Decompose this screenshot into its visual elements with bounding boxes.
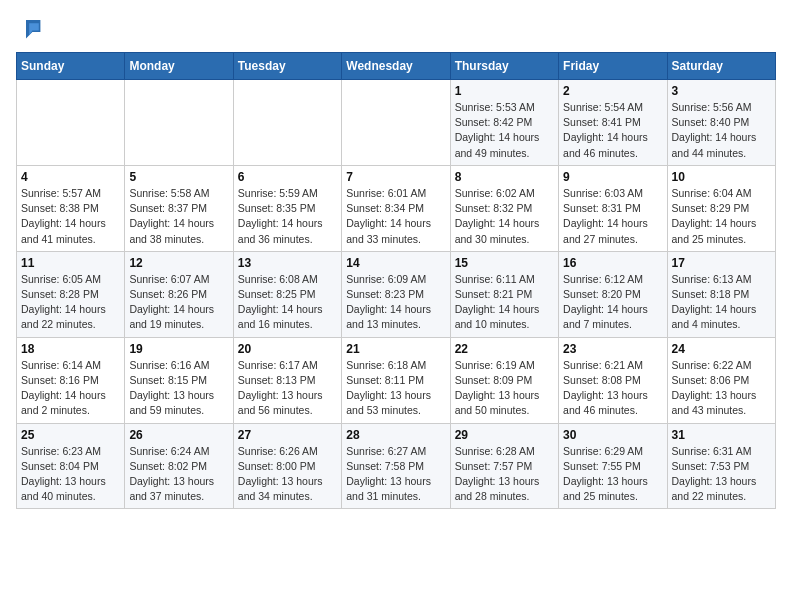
day-cell: 2Sunrise: 5:54 AM Sunset: 8:41 PM Daylig…: [559, 80, 667, 166]
logo-icon: [18, 16, 42, 40]
day-number: 24: [672, 342, 771, 356]
day-cell: 14Sunrise: 6:09 AM Sunset: 8:23 PM Dayli…: [342, 251, 450, 337]
day-number: 6: [238, 170, 337, 184]
day-number: 21: [346, 342, 445, 356]
day-number: 4: [21, 170, 120, 184]
day-number: 19: [129, 342, 228, 356]
day-cell: 27Sunrise: 6:26 AM Sunset: 8:00 PM Dayli…: [233, 423, 341, 509]
day-info: Sunrise: 6:02 AM Sunset: 8:32 PM Dayligh…: [455, 186, 554, 247]
day-cell: 6Sunrise: 5:59 AM Sunset: 8:35 PM Daylig…: [233, 165, 341, 251]
day-number: 26: [129, 428, 228, 442]
day-info: Sunrise: 6:16 AM Sunset: 8:15 PM Dayligh…: [129, 358, 228, 419]
day-number: 22: [455, 342, 554, 356]
day-info: Sunrise: 6:12 AM Sunset: 8:20 PM Dayligh…: [563, 272, 662, 333]
day-info: Sunrise: 5:53 AM Sunset: 8:42 PM Dayligh…: [455, 100, 554, 161]
day-info: Sunrise: 6:19 AM Sunset: 8:09 PM Dayligh…: [455, 358, 554, 419]
day-info: Sunrise: 6:23 AM Sunset: 8:04 PM Dayligh…: [21, 444, 120, 505]
day-cell: [17, 80, 125, 166]
day-info: Sunrise: 6:14 AM Sunset: 8:16 PM Dayligh…: [21, 358, 120, 419]
day-number: 25: [21, 428, 120, 442]
day-info: Sunrise: 6:21 AM Sunset: 8:08 PM Dayligh…: [563, 358, 662, 419]
day-info: Sunrise: 6:08 AM Sunset: 8:25 PM Dayligh…: [238, 272, 337, 333]
day-cell: 11Sunrise: 6:05 AM Sunset: 8:28 PM Dayli…: [17, 251, 125, 337]
day-cell: 19Sunrise: 6:16 AM Sunset: 8:15 PM Dayli…: [125, 337, 233, 423]
day-info: Sunrise: 6:05 AM Sunset: 8:28 PM Dayligh…: [21, 272, 120, 333]
day-number: 23: [563, 342, 662, 356]
day-info: Sunrise: 6:22 AM Sunset: 8:06 PM Dayligh…: [672, 358, 771, 419]
day-number: 28: [346, 428, 445, 442]
day-cell: 23Sunrise: 6:21 AM Sunset: 8:08 PM Dayli…: [559, 337, 667, 423]
day-cell: 1Sunrise: 5:53 AM Sunset: 8:42 PM Daylig…: [450, 80, 558, 166]
day-cell: 22Sunrise: 6:19 AM Sunset: 8:09 PM Dayli…: [450, 337, 558, 423]
day-number: 31: [672, 428, 771, 442]
day-number: 27: [238, 428, 337, 442]
day-number: 15: [455, 256, 554, 270]
day-cell: 5Sunrise: 5:58 AM Sunset: 8:37 PM Daylig…: [125, 165, 233, 251]
calendar-table: SundayMondayTuesdayWednesdayThursdayFrid…: [16, 52, 776, 509]
day-cell: 18Sunrise: 6:14 AM Sunset: 8:16 PM Dayli…: [17, 337, 125, 423]
day-info: Sunrise: 5:56 AM Sunset: 8:40 PM Dayligh…: [672, 100, 771, 161]
day-info: Sunrise: 6:24 AM Sunset: 8:02 PM Dayligh…: [129, 444, 228, 505]
day-info: Sunrise: 6:13 AM Sunset: 8:18 PM Dayligh…: [672, 272, 771, 333]
page-header: [16, 16, 776, 40]
weekday-header-thursday: Thursday: [450, 53, 558, 80]
day-number: 7: [346, 170, 445, 184]
day-cell: 7Sunrise: 6:01 AM Sunset: 8:34 PM Daylig…: [342, 165, 450, 251]
weekday-header-row: SundayMondayTuesdayWednesdayThursdayFrid…: [17, 53, 776, 80]
day-info: Sunrise: 6:01 AM Sunset: 8:34 PM Dayligh…: [346, 186, 445, 247]
day-cell: 4Sunrise: 5:57 AM Sunset: 8:38 PM Daylig…: [17, 165, 125, 251]
day-cell: 24Sunrise: 6:22 AM Sunset: 8:06 PM Dayli…: [667, 337, 775, 423]
day-info: Sunrise: 6:03 AM Sunset: 8:31 PM Dayligh…: [563, 186, 662, 247]
day-number: 5: [129, 170, 228, 184]
day-number: 1: [455, 84, 554, 98]
day-number: 8: [455, 170, 554, 184]
day-info: Sunrise: 6:29 AM Sunset: 7:55 PM Dayligh…: [563, 444, 662, 505]
day-info: Sunrise: 6:11 AM Sunset: 8:21 PM Dayligh…: [455, 272, 554, 333]
day-number: 18: [21, 342, 120, 356]
day-info: Sunrise: 6:27 AM Sunset: 7:58 PM Dayligh…: [346, 444, 445, 505]
day-cell: 30Sunrise: 6:29 AM Sunset: 7:55 PM Dayli…: [559, 423, 667, 509]
day-number: 17: [672, 256, 771, 270]
day-cell: 25Sunrise: 6:23 AM Sunset: 8:04 PM Dayli…: [17, 423, 125, 509]
day-number: 11: [21, 256, 120, 270]
week-row-4: 18Sunrise: 6:14 AM Sunset: 8:16 PM Dayli…: [17, 337, 776, 423]
week-row-1: 1Sunrise: 5:53 AM Sunset: 8:42 PM Daylig…: [17, 80, 776, 166]
logo: [16, 16, 42, 40]
day-number: 14: [346, 256, 445, 270]
day-number: 30: [563, 428, 662, 442]
day-cell: [125, 80, 233, 166]
day-info: Sunrise: 6:26 AM Sunset: 8:00 PM Dayligh…: [238, 444, 337, 505]
day-number: 2: [563, 84, 662, 98]
weekday-header-sunday: Sunday: [17, 53, 125, 80]
weekday-header-saturday: Saturday: [667, 53, 775, 80]
day-info: Sunrise: 6:31 AM Sunset: 7:53 PM Dayligh…: [672, 444, 771, 505]
week-row-5: 25Sunrise: 6:23 AM Sunset: 8:04 PM Dayli…: [17, 423, 776, 509]
weekday-header-tuesday: Tuesday: [233, 53, 341, 80]
day-info: Sunrise: 5:57 AM Sunset: 8:38 PM Dayligh…: [21, 186, 120, 247]
weekday-header-friday: Friday: [559, 53, 667, 80]
day-cell: 10Sunrise: 6:04 AM Sunset: 8:29 PM Dayli…: [667, 165, 775, 251]
day-cell: 21Sunrise: 6:18 AM Sunset: 8:11 PM Dayli…: [342, 337, 450, 423]
day-cell: 31Sunrise: 6:31 AM Sunset: 7:53 PM Dayli…: [667, 423, 775, 509]
day-cell: 9Sunrise: 6:03 AM Sunset: 8:31 PM Daylig…: [559, 165, 667, 251]
day-number: 10: [672, 170, 771, 184]
day-info: Sunrise: 5:58 AM Sunset: 8:37 PM Dayligh…: [129, 186, 228, 247]
day-number: 13: [238, 256, 337, 270]
day-cell: 29Sunrise: 6:28 AM Sunset: 7:57 PM Dayli…: [450, 423, 558, 509]
day-info: Sunrise: 6:07 AM Sunset: 8:26 PM Dayligh…: [129, 272, 228, 333]
day-number: 3: [672, 84, 771, 98]
day-cell: [233, 80, 341, 166]
day-number: 12: [129, 256, 228, 270]
day-cell: 28Sunrise: 6:27 AM Sunset: 7:58 PM Dayli…: [342, 423, 450, 509]
day-number: 29: [455, 428, 554, 442]
week-row-2: 4Sunrise: 5:57 AM Sunset: 8:38 PM Daylig…: [17, 165, 776, 251]
weekday-header-wednesday: Wednesday: [342, 53, 450, 80]
day-info: Sunrise: 6:28 AM Sunset: 7:57 PM Dayligh…: [455, 444, 554, 505]
day-info: Sunrise: 5:54 AM Sunset: 8:41 PM Dayligh…: [563, 100, 662, 161]
week-row-3: 11Sunrise: 6:05 AM Sunset: 8:28 PM Dayli…: [17, 251, 776, 337]
day-info: Sunrise: 6:18 AM Sunset: 8:11 PM Dayligh…: [346, 358, 445, 419]
day-cell: 15Sunrise: 6:11 AM Sunset: 8:21 PM Dayli…: [450, 251, 558, 337]
day-cell: [342, 80, 450, 166]
day-number: 9: [563, 170, 662, 184]
day-number: 16: [563, 256, 662, 270]
